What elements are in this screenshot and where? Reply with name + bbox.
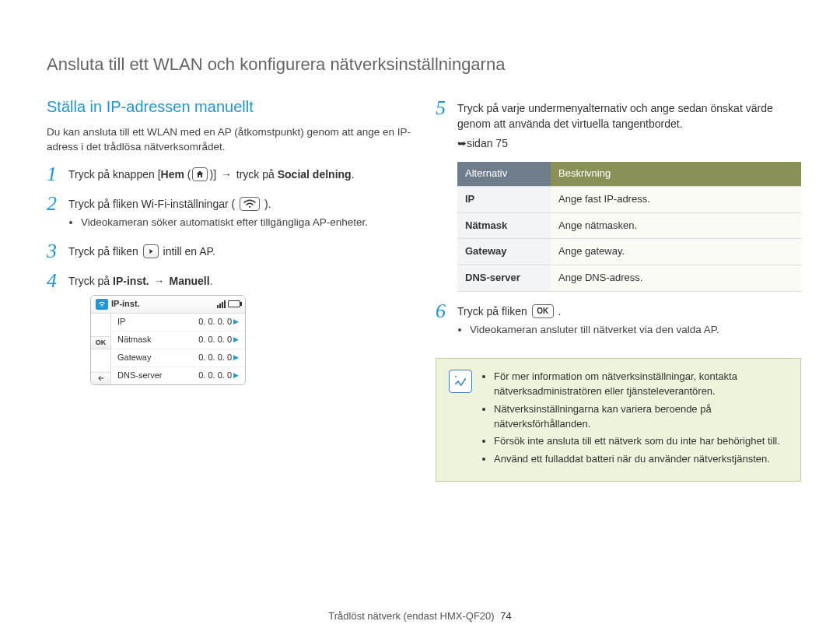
note-item: Använd ett fulladdat batteri när du anvä…	[494, 452, 788, 467]
note-item: För mer information om nätverksinställni…	[494, 370, 788, 399]
svg-rect-2	[217, 305, 219, 308]
table-header: Beskrivning	[551, 162, 801, 186]
table-row: GatewayAnge gateway.	[457, 239, 801, 265]
note-list: För mer information om nätverksinställni…	[494, 370, 788, 470]
page-title: Ansluta till ett WLAN och konfigurera nä…	[47, 54, 801, 75]
svg-rect-3	[219, 303, 221, 308]
step-number: 2	[47, 194, 61, 214]
options-table: AlternativBeskrivningIPAnge fast IP-adre…	[457, 162, 801, 292]
device-setting-row[interactable]: Gateway0. 0. 0. 0▶	[111, 349, 245, 367]
note-icon	[449, 370, 472, 393]
device-setting-row[interactable]: DNS-server0. 0. 0. 0▶	[111, 367, 245, 384]
table-row: IPAnge fast IP-adress.	[457, 186, 801, 212]
chevron-right-icon: ▶	[233, 370, 239, 381]
arrow-right-icon: →	[152, 273, 166, 289]
steps-right: 5Tryck på varje undermenyalternativ och …	[436, 98, 801, 339]
wifi-icon	[96, 299, 108, 310]
step-number: 5	[436, 98, 450, 118]
page-footer: Trådlöst nätverk (endast HMX-QF20) 74	[0, 610, 840, 622]
step: 3Tryck på fliken intill en AP.	[47, 241, 412, 261]
step: 6Tryck på fliken OK .Videokameran anslut…	[436, 301, 801, 339]
step-number: 1	[47, 164, 61, 184]
chevron-right-icon: ▶	[233, 317, 239, 327]
left-column: Ställa in IP-adressen manuellt Du kan an…	[47, 98, 412, 482]
section-title: Ställa in IP-adressen manuellt	[47, 98, 412, 116]
step-number: 4	[47, 271, 61, 291]
arrow-right-icon: →	[219, 167, 233, 182]
device-setting-row[interactable]: Nätmask0. 0. 0. 0▶	[111, 331, 245, 349]
table-row: NätmaskAnge nätmasken.	[457, 212, 801, 239]
chevron-right-icon: ▶	[233, 335, 239, 345]
wifi-settings-icon	[240, 198, 260, 212]
device-screen-title: IP-inst.	[111, 298, 214, 310]
right-column: 5Tryck på varje undermenyalternativ och …	[436, 98, 801, 482]
chevron-right-icon: ▶	[233, 353, 239, 363]
battery-icon	[228, 300, 240, 307]
page-number: 74	[500, 610, 511, 622]
note-item: Nätverksinställningarna kan variera bero…	[494, 402, 788, 432]
home-icon	[192, 168, 208, 182]
svg-rect-4	[222, 302, 223, 308]
steps-left: 1Tryck på knappen [Hem ()] → tryck på So…	[47, 164, 412, 385]
step: 4Tryck på IP-inst. → Manuell.IP-inst.OKI…	[47, 271, 412, 385]
step-number: 3	[47, 241, 61, 261]
note-item: Försök inte ansluta till ett nätverk som…	[494, 434, 788, 449]
step-number: 6	[436, 301, 450, 321]
table-row: DNS-serverAnge DNS-adress.	[457, 265, 801, 292]
device-back-button[interactable]	[91, 372, 110, 384]
device-setting-row[interactable]: IP0. 0. 0. 0▶	[111, 314, 245, 331]
device-preview: IP-inst.OKIP0. 0. 0. 0▶Nätmask0. 0. 0. 0…	[90, 295, 246, 385]
step: 2Tryck på fliken Wi-Fi-inställningar ( )…	[47, 194, 412, 232]
svg-rect-5	[224, 300, 226, 308]
signal-icon	[217, 300, 226, 308]
chevron-right-icon	[143, 245, 159, 259]
step: 5Tryck på varje undermenyalternativ och …	[436, 98, 801, 292]
footer-section: Trådlöst nätverk (endast HMX-QF20)	[328, 610, 494, 622]
svg-point-1	[101, 306, 103, 307]
notes-box: För mer information om nätverksinställni…	[436, 358, 801, 482]
svg-point-0	[249, 206, 250, 208]
page-reference: ➥sidan 75	[457, 135, 801, 151]
step: 1Tryck på knappen [Hem ()] → tryck på So…	[47, 164, 412, 184]
device-ok-button[interactable]: OK	[91, 336, 110, 349]
table-header: Alternativ	[457, 162, 551, 186]
ok-button-icon: OK	[532, 305, 554, 319]
intro-text: Du kan ansluta till ett WLAN med en AP (…	[47, 125, 412, 155]
